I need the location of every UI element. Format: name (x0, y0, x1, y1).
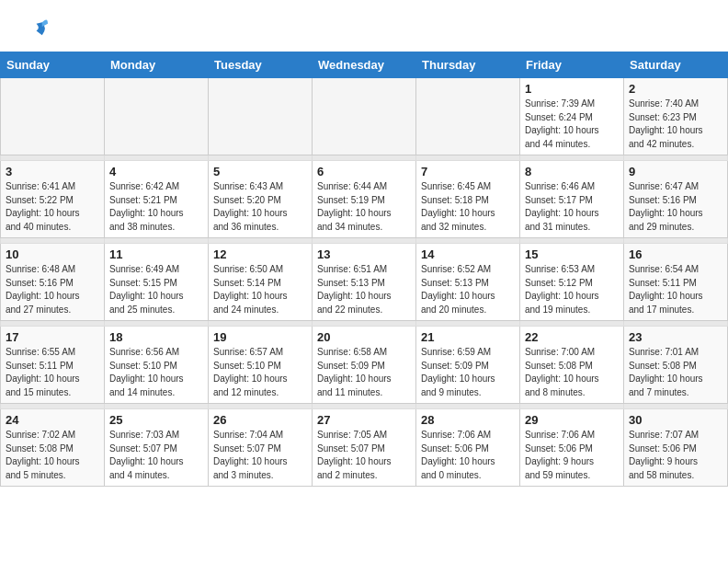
day-number: 9 (629, 165, 722, 178)
day-number: 7 (421, 165, 515, 178)
day-info: Sunrise: 6:54 AM Sunset: 5:11 PM Dayligh… (629, 263, 722, 316)
day-number: 22 (525, 330, 619, 344)
calendar-day-26: 26Sunrise: 7:04 AM Sunset: 5:07 PM Dayli… (209, 409, 313, 487)
day-info: Sunrise: 6:59 AM Sunset: 5:09 PM Dayligh… (421, 346, 515, 399)
day-number: 15 (525, 247, 619, 261)
calendar-day-3: 3Sunrise: 6:41 AM Sunset: 5:22 PM Daylig… (1, 161, 105, 238)
calendar-empty (1, 78, 105, 155)
day-number: 30 (629, 413, 722, 427)
day-info: Sunrise: 6:47 AM Sunset: 5:16 PM Dayligh… (629, 180, 722, 234)
calendar-day-29: 29Sunrise: 7:06 AM Sunset: 5:06 PM Dayli… (520, 409, 624, 487)
calendar-day-25: 25Sunrise: 7:03 AM Sunset: 5:07 PM Dayli… (105, 409, 209, 487)
calendar-day-11: 11Sunrise: 6:49 AM Sunset: 5:15 PM Dayli… (105, 244, 209, 321)
day-number: 17 (6, 330, 99, 344)
calendar-day-20: 20Sunrise: 6:58 AM Sunset: 5:09 PM Dayli… (313, 327, 416, 404)
day-info: Sunrise: 7:39 AM Sunset: 6:24 PM Dayligh… (525, 98, 619, 151)
calendar-day-28: 28Sunrise: 7:06 AM Sunset: 5:06 PM Dayli… (416, 409, 520, 487)
day-info: Sunrise: 6:53 AM Sunset: 5:12 PM Dayligh… (525, 263, 619, 316)
calendar-week-row: 24Sunrise: 7:02 AM Sunset: 5:08 PM Dayli… (1, 409, 728, 487)
day-number: 12 (213, 247, 307, 261)
calendar-day-9: 9Sunrise: 6:47 AM Sunset: 5:16 PM Daylig… (624, 161, 728, 238)
day-number: 21 (421, 330, 515, 344)
day-number: 3 (6, 165, 99, 178)
day-info: Sunrise: 6:44 AM Sunset: 5:19 PM Dayligh… (317, 180, 411, 234)
day-info: Sunrise: 6:56 AM Sunset: 5:10 PM Dayligh… (109, 346, 203, 399)
day-number: 16 (629, 247, 722, 261)
weekday-header-thursday: Thursday (416, 52, 520, 78)
day-info: Sunrise: 7:07 AM Sunset: 5:06 PM Dayligh… (629, 429, 722, 482)
weekday-header-monday: Monday (105, 52, 209, 78)
day-info: Sunrise: 6:41 AM Sunset: 5:22 PM Dayligh… (6, 180, 99, 234)
logo (22, 17, 53, 42)
calendar-day-14: 14Sunrise: 6:52 AM Sunset: 5:13 PM Dayli… (416, 244, 520, 321)
calendar-day-22: 22Sunrise: 7:00 AM Sunset: 5:08 PM Dayli… (520, 327, 624, 404)
calendar-day-8: 8Sunrise: 6:46 AM Sunset: 5:17 PM Daylig… (520, 161, 624, 238)
page-header (0, 0, 728, 48)
calendar-day-16: 16Sunrise: 6:54 AM Sunset: 5:11 PM Dayli… (624, 244, 728, 321)
day-info: Sunrise: 6:48 AM Sunset: 5:16 PM Dayligh… (6, 263, 99, 316)
calendar-day-30: 30Sunrise: 7:07 AM Sunset: 5:06 PM Dayli… (624, 409, 728, 487)
calendar-week-row: 17Sunrise: 6:55 AM Sunset: 5:11 PM Dayli… (1, 327, 728, 404)
day-info: Sunrise: 6:55 AM Sunset: 5:11 PM Dayligh… (6, 346, 99, 399)
day-info: Sunrise: 6:51 AM Sunset: 5:13 PM Dayligh… (317, 263, 411, 316)
weekday-header-saturday: Saturday (624, 52, 728, 78)
day-info: Sunrise: 6:50 AM Sunset: 5:14 PM Dayligh… (213, 263, 307, 316)
weekday-header-friday: Friday (520, 52, 624, 78)
day-number: 1 (525, 82, 619, 96)
day-info: Sunrise: 6:42 AM Sunset: 5:21 PM Dayligh… (109, 180, 203, 234)
day-info: Sunrise: 6:49 AM Sunset: 5:15 PM Dayligh… (109, 263, 203, 316)
day-info: Sunrise: 6:45 AM Sunset: 5:18 PM Dayligh… (421, 180, 515, 234)
calendar-day-15: 15Sunrise: 6:53 AM Sunset: 5:12 PM Dayli… (520, 244, 624, 321)
weekday-header-sunday: Sunday (1, 52, 105, 78)
day-number: 10 (6, 247, 99, 261)
day-number: 18 (109, 330, 203, 344)
calendar-day-6: 6Sunrise: 6:44 AM Sunset: 5:19 PM Daylig… (313, 161, 416, 238)
day-info: Sunrise: 6:43 AM Sunset: 5:20 PM Dayligh… (213, 180, 307, 234)
calendar-day-12: 12Sunrise: 6:50 AM Sunset: 5:14 PM Dayli… (209, 244, 313, 321)
day-info: Sunrise: 7:01 AM Sunset: 5:08 PM Dayligh… (629, 346, 722, 399)
calendar-day-18: 18Sunrise: 6:56 AM Sunset: 5:10 PM Dayli… (105, 327, 209, 404)
day-info: Sunrise: 7:06 AM Sunset: 5:06 PM Dayligh… (421, 429, 515, 482)
calendar-week-row: 3Sunrise: 6:41 AM Sunset: 5:22 PM Daylig… (1, 161, 728, 238)
day-number: 5 (213, 165, 307, 178)
calendar-day-13: 13Sunrise: 6:51 AM Sunset: 5:13 PM Dayli… (313, 244, 416, 321)
day-info: Sunrise: 7:40 AM Sunset: 6:23 PM Dayligh… (629, 98, 722, 151)
calendar-day-27: 27Sunrise: 7:05 AM Sunset: 5:07 PM Dayli… (313, 409, 416, 487)
day-info: Sunrise: 7:03 AM Sunset: 5:07 PM Dayligh… (109, 429, 203, 482)
weekday-header-tuesday: Tuesday (209, 52, 313, 78)
day-number: 20 (317, 330, 411, 344)
day-number: 14 (421, 247, 515, 261)
calendar-empty (105, 78, 209, 155)
calendar-day-10: 10Sunrise: 6:48 AM Sunset: 5:16 PM Dayli… (1, 244, 105, 321)
day-number: 23 (629, 330, 722, 344)
weekday-header-wednesday: Wednesday (313, 52, 416, 78)
day-info: Sunrise: 7:00 AM Sunset: 5:08 PM Dayligh… (525, 346, 619, 399)
logo-icon (22, 17, 48, 42)
calendar-empty (313, 78, 416, 155)
day-number: 26 (213, 413, 307, 427)
day-number: 25 (109, 413, 203, 427)
calendar-day-4: 4Sunrise: 6:42 AM Sunset: 5:21 PM Daylig… (105, 161, 209, 238)
day-number: 19 (213, 330, 307, 344)
day-number: 11 (109, 247, 203, 261)
calendar-day-7: 7Sunrise: 6:45 AM Sunset: 5:18 PM Daylig… (416, 161, 520, 238)
day-number: 27 (317, 413, 411, 427)
calendar-week-row: 1Sunrise: 7:39 AM Sunset: 6:24 PM Daylig… (1, 78, 728, 155)
day-number: 6 (317, 165, 411, 178)
day-number: 4 (109, 165, 203, 178)
day-info: Sunrise: 7:02 AM Sunset: 5:08 PM Dayligh… (6, 429, 99, 482)
calendar-week-row: 10Sunrise: 6:48 AM Sunset: 5:16 PM Dayli… (1, 244, 728, 321)
calendar-day-5: 5Sunrise: 6:43 AM Sunset: 5:20 PM Daylig… (209, 161, 313, 238)
calendar-day-24: 24Sunrise: 7:02 AM Sunset: 5:08 PM Dayli… (1, 409, 105, 487)
day-number: 2 (629, 82, 722, 96)
calendar-empty (416, 78, 520, 155)
day-info: Sunrise: 6:52 AM Sunset: 5:13 PM Dayligh… (421, 263, 515, 316)
calendar-header-row: SundayMondayTuesdayWednesdayThursdayFrid… (1, 52, 728, 78)
day-number: 8 (525, 165, 619, 178)
day-number: 28 (421, 413, 515, 427)
calendar-day-2: 2Sunrise: 7:40 AM Sunset: 6:23 PM Daylig… (624, 78, 728, 155)
day-info: Sunrise: 6:46 AM Sunset: 5:17 PM Dayligh… (525, 180, 619, 234)
day-number: 24 (6, 413, 99, 427)
day-number: 29 (525, 413, 619, 427)
calendar-day-23: 23Sunrise: 7:01 AM Sunset: 5:08 PM Dayli… (624, 327, 728, 404)
